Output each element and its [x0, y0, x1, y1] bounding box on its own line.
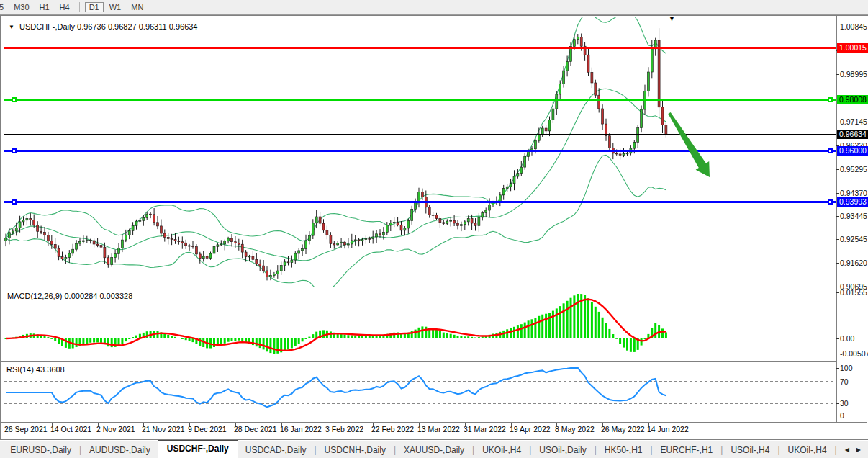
- price-tick-mark: [836, 216, 839, 217]
- price-tick-mark: [836, 169, 839, 170]
- line-handle[interactable]: [12, 97, 17, 102]
- price-line-label-0.96634: 0.96634: [837, 130, 868, 139]
- hline-0.93993[interactable]: [4, 201, 836, 203]
- line-handle[interactable]: [828, 199, 833, 205]
- hline-1.00015[interactable]: [4, 47, 836, 49]
- tab-usdcnh-daily[interactable]: USDCNH-,Daily: [317, 442, 393, 458]
- price-tick-mark: [836, 193, 839, 194]
- tab-usoil-daily[interactable]: USOil-,Daily: [532, 442, 593, 458]
- macd-tick-mark: [836, 338, 839, 339]
- price-tick-mark: [836, 263, 839, 264]
- price-axis-separator: [836, 16, 837, 422]
- price-line-label-1.00015: 1.00015: [837, 43, 868, 53]
- tab-xauusd-daily[interactable]: XAUUSD-,Daily: [397, 442, 471, 458]
- date-label: 14 Oct 2021: [50, 425, 91, 434]
- date-label: 26 May 2022: [601, 425, 645, 434]
- price-tick-label: 0.94370: [840, 189, 867, 197]
- price-tick-label: 0.98995: [840, 70, 867, 78]
- tab-eurchf-h1[interactable]: EURCHF-,H1: [654, 442, 720, 458]
- tabs-holder: EURUSD-,Daily|AUDUSD-,DailyUSDCHF-,Daily…: [3, 441, 833, 458]
- price-line-label-0.98008: 0.98008: [837, 95, 868, 104]
- chart-title: ▼ USDCHF-,Daily 0.96736 0.96827 0.96311 …: [9, 22, 197, 31]
- ohlc-open: 0.96736: [77, 22, 106, 31]
- tab-usdchf-daily[interactable]: USDCHF-,Daily: [158, 440, 238, 458]
- toolbar-separator: [79, 2, 80, 12]
- tab-hk50-h1[interactable]: HK50-,H1: [597, 442, 650, 458]
- timeframe-button-H4[interactable]: H4: [55, 2, 74, 12]
- price-tick-label: 0.97145: [840, 117, 867, 126]
- date-label: 26 Sep 2021: [4, 425, 48, 434]
- chevron-down-icon[interactable]: ▼: [9, 24, 14, 30]
- date-label: 8 May 2022: [555, 425, 595, 434]
- date-label: 22 Feb 2022: [371, 425, 414, 434]
- macd-tick-mark: [836, 292, 839, 293]
- date-label: 14 Jun 2022: [647, 425, 689, 434]
- tab-usdcad-daily[interactable]: USDCAD-,Daily: [238, 442, 314, 458]
- price-tick-label: 0.92545: [840, 235, 867, 243]
- line-handle[interactable]: [12, 199, 17, 205]
- line-handle[interactable]: [828, 97, 833, 102]
- tab-eurusd-daily[interactable]: EURUSD-,Daily: [3, 442, 78, 458]
- chart-shift-marker-icon[interactable]: ▼: [669, 16, 675, 22]
- chart-symbol: USDCHF-,Daily: [19, 22, 75, 31]
- timeframe-button-H1[interactable]: H1: [35, 2, 54, 12]
- timeframe-button-MN[interactable]: MN: [127, 2, 148, 12]
- rsi-tick-mark: [836, 403, 839, 404]
- price-tick-mark: [836, 239, 839, 240]
- price-line-label-0.93993: 0.93993: [837, 197, 868, 207]
- window-border-top: [0, 15, 868, 16]
- line-handle[interactable]: [828, 148, 833, 153]
- price-tick-mark: [836, 287, 839, 287]
- timeframe-button-5[interactable]: 5: [0, 2, 8, 12]
- price-line-label-0.96000: 0.96000: [837, 146, 868, 156]
- hline-0.98008[interactable]: [4, 99, 836, 101]
- rsi-tick-mark: [836, 416, 839, 416]
- price-tick-label: 0.93445: [840, 212, 867, 220]
- window-border-left: [0, 15, 1, 439]
- mt4-chart-window: 5M30H1H4D1W1MN ▼ USDCHF-,Daily 0.96736 0…: [0, 0, 868, 458]
- macd-divider-top: [1, 287, 836, 287]
- date-label: 3 Feb 2022: [325, 425, 363, 434]
- price-tick-mark: [836, 74, 839, 75]
- date-label: 21 Nov 2021: [142, 425, 185, 434]
- ohlc-low: 0.96311: [139, 22, 167, 31]
- price-tick-mark: [836, 27, 839, 27]
- price-tick-mark: [836, 122, 839, 122]
- tab-scroll-right-icon[interactable]: ▶: [856, 446, 861, 453]
- rsi-divider-top: [1, 359, 836, 359]
- tab-scroll-separator: |: [834, 445, 838, 455]
- macd-signal-value: 0.003328: [99, 292, 132, 300]
- window-border-bottom: [0, 439, 868, 440]
- chart-tab-bar: EURUSD-,Daily|AUDUSD-,DailyUSDCHF-,Daily…: [0, 441, 868, 458]
- timeframe-toolbar: 5M30H1H4D1W1MN: [0, 0, 868, 15]
- tab-ukoil-h4[interactable]: UKOil-,H4: [781, 442, 834, 458]
- rsi-tick-mark: [836, 368, 839, 369]
- tab-audusd-daily[interactable]: AUDUSD-,Daily: [82, 442, 158, 458]
- tab-ukoil-h4[interactable]: UKOil-,H4: [475, 442, 528, 458]
- price-tick-label: 0.95295: [840, 165, 867, 174]
- date-label: 16 Jan 2022: [280, 425, 322, 434]
- date-label: 28 Dec 2021: [234, 425, 277, 434]
- price-tick-label: 0.91620: [840, 259, 867, 267]
- timeframe-button-M30[interactable]: M30: [9, 2, 33, 12]
- macd-tick-mark: [836, 354, 839, 354]
- trend-arrow-annotation[interactable]: [659, 103, 720, 187]
- rsi-tick-label: 70: [840, 377, 849, 386]
- ohlc-high: 0.96827: [108, 22, 137, 31]
- date-label: 9 Dec 2021: [188, 425, 227, 434]
- date-label: 13 Mar 2022: [417, 425, 460, 434]
- timeframe-button-D1[interactable]: D1: [85, 2, 104, 12]
- window-border-right: [867, 15, 867, 439]
- tab-usoil-h4[interactable]: USOil-,H4: [723, 442, 777, 458]
- line-handle[interactable]: [12, 148, 17, 153]
- ohlc-close: 0.96634: [169, 22, 198, 31]
- date-label: 19 Apr 2022: [510, 425, 551, 434]
- rsi-tick-label: 100: [840, 364, 853, 372]
- tab-scroll-left-icon[interactable]: ◀: [845, 446, 849, 453]
- date-label: 31 Mar 2022: [464, 425, 506, 434]
- macd-tick-label: 0.00: [840, 334, 854, 343]
- macd-tick-label: 0.01555: [840, 288, 867, 297]
- timeframe-button-W1[interactable]: W1: [105, 2, 126, 12]
- rsi-indicator-canvas[interactable]: [4, 362, 836, 422]
- macd-main-value: 0.000284: [64, 292, 97, 300]
